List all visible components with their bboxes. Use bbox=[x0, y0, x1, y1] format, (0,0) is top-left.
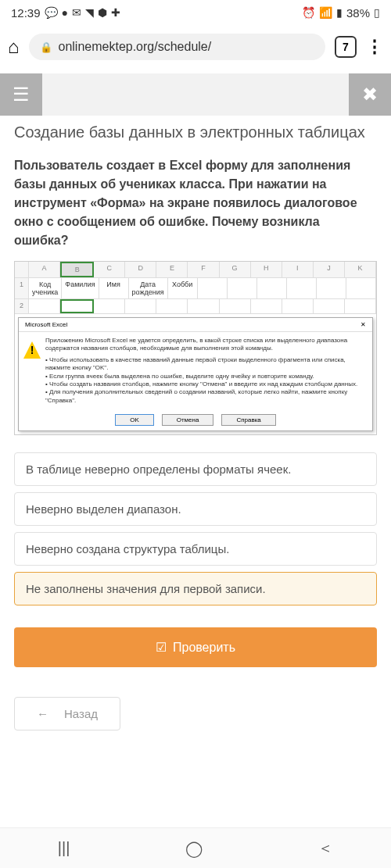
message-icon: 💬 bbox=[45, 6, 58, 19]
app-icon: ⬢ bbox=[98, 6, 107, 19]
status-time: 12:39 bbox=[11, 6, 41, 20]
status-bar: 12:39 💬 ● ✉ ◥ ⬢ ✚ ⏰ 📶 ▮ 38% ▯ bbox=[0, 0, 391, 25]
check-button[interactable]: ☑ Проверить bbox=[14, 627, 377, 667]
excel-header-row: 1 Код ученика Фамилия Имя Дата рождения … bbox=[15, 278, 376, 299]
url-bar[interactable]: 🔒 onlinemektep.org/schedule/ bbox=[29, 34, 326, 60]
warning-icon: ! bbox=[23, 341, 41, 359]
notif-icon: ◥ bbox=[85, 6, 94, 19]
option-3[interactable]: Неверно создана структура таблицы. bbox=[14, 532, 377, 566]
question-text: Пользователь создает в Excel форму для з… bbox=[14, 156, 377, 250]
dialog-body: ! Приложению Microsoft Excel не удается … bbox=[19, 332, 372, 409]
more-icon[interactable]: ⋮ bbox=[366, 37, 383, 57]
dialog-help-button: Справка bbox=[221, 414, 275, 426]
wifi-icon: 📶 bbox=[319, 6, 332, 19]
browser-bar: ⌂ 🔒 onlinemektep.org/schedule/ 7 ⋮ bbox=[0, 25, 391, 69]
option-2[interactable]: Неверно выделен диапазон. bbox=[14, 492, 377, 526]
page-title: Создание базы данных в электронных табли… bbox=[14, 122, 377, 142]
android-nav-bar: ||| ◯ ＜ bbox=[0, 827, 391, 868]
close-button[interactable]: ✖ bbox=[349, 73, 391, 116]
dialog-ok-button: OK bbox=[115, 414, 154, 426]
status-right: ⏰ 📶 ▮ 38% ▯ bbox=[302, 6, 380, 20]
home-icon[interactable]: ⌂ bbox=[8, 36, 20, 58]
dialog-buttons: OK Отмена Справка bbox=[19, 409, 372, 430]
excel-dialog: Microsoft Excel ✕ ! Приложению Microsoft… bbox=[18, 317, 373, 431]
excel-row-2: 2 bbox=[15, 299, 376, 314]
url-text: onlinemektep.org/schedule/ bbox=[59, 40, 212, 54]
lock-icon: 🔒 bbox=[40, 41, 52, 53]
status-left: 12:39 💬 ● ✉ ◥ ⬢ ✚ bbox=[11, 6, 120, 20]
mail-icon: ✉ bbox=[72, 6, 81, 19]
battery-text: 38% bbox=[346, 6, 370, 20]
content: Создание базы данных в электронных табли… bbox=[0, 116, 391, 730]
dialog-title-bar: Microsoft Excel ✕ bbox=[19, 318, 372, 332]
excel-col-headers: A B C D E F G H I J K bbox=[15, 262, 376, 278]
home-button[interactable]: ◯ bbox=[185, 839, 203, 858]
excel-screenshot: A B C D E F G H I J K 1 Код ученика Фами… bbox=[14, 261, 377, 435]
battery-icon: ▯ bbox=[374, 6, 380, 19]
arrow-left-icon: ← bbox=[37, 707, 48, 720]
dialog-text: Приложению Microsoft Excel не удается оп… bbox=[45, 337, 368, 405]
dialog-close-icon: ✕ bbox=[361, 321, 366, 328]
option-4[interactable]: Не заполнены значения для первой записи. bbox=[14, 572, 377, 605]
top-banner: ☰ ✖ bbox=[0, 73, 391, 116]
back-button[interactable]: ← Назад bbox=[14, 697, 120, 730]
back-nav-button[interactable]: ＜ bbox=[317, 838, 333, 859]
chat-icon: ● bbox=[62, 6, 68, 19]
dialog-cancel-button: Отмена bbox=[162, 414, 214, 426]
signal-icon: ▮ bbox=[336, 6, 343, 19]
menu-button[interactable]: ☰ bbox=[0, 73, 42, 116]
recent-apps-button[interactable]: ||| bbox=[58, 839, 70, 857]
plus-icon: ✚ bbox=[111, 6, 120, 19]
alarm-icon: ⏰ bbox=[302, 6, 315, 19]
tab-count[interactable]: 7 bbox=[335, 36, 357, 58]
check-icon: ☑ bbox=[156, 640, 167, 655]
option-1[interactable]: В таблице неверно определены форматы яче… bbox=[14, 452, 377, 486]
answer-options: В таблице неверно определены форматы яче… bbox=[14, 452, 377, 605]
